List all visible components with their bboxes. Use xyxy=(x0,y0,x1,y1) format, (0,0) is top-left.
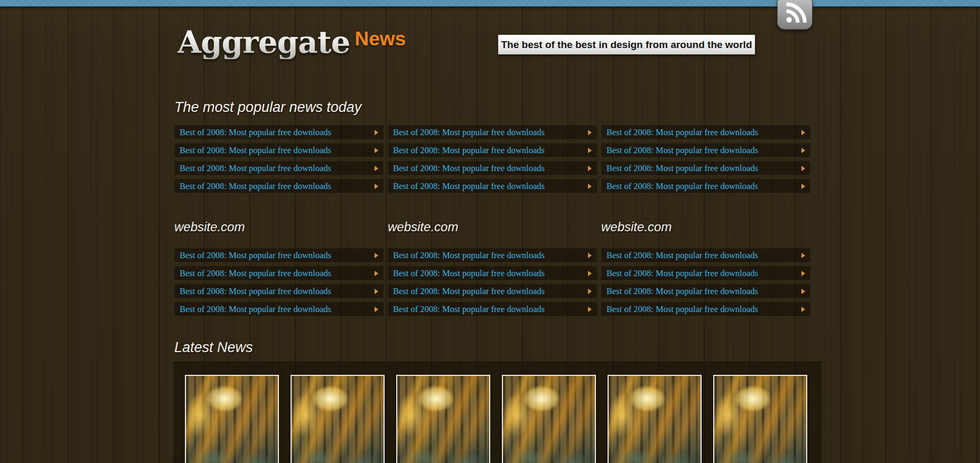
popular-links-grid: Best of 2008: Most popular free download… xyxy=(174,125,810,197)
news-link-row[interactable]: Best of 2008: Most popular free download… xyxy=(174,266,384,280)
news-link-label: Best of 2008: Most popular free download… xyxy=(393,250,545,261)
news-link-row[interactable]: Best of 2008: Most popular free download… xyxy=(601,266,810,280)
news-link-label: Best of 2008: Most popular free download… xyxy=(393,304,545,315)
news-link-label: Best of 2008: Most popular free download… xyxy=(393,268,545,279)
arrow-right-icon xyxy=(588,253,592,258)
news-link-label: Best of 2008: Most popular free download… xyxy=(393,127,545,138)
arrow-right-icon xyxy=(588,148,592,153)
news-link-row[interactable]: Best of 2008: Most popular free download… xyxy=(601,284,810,298)
tagline-banner: The best of the best in design from arou… xyxy=(498,35,755,54)
forest-sunbeams-thumbnail[interactable] xyxy=(502,375,596,463)
arrow-right-icon xyxy=(801,166,805,171)
arrow-right-icon xyxy=(588,271,592,276)
news-link-row[interactable]: Best of 2008: Most popular free download… xyxy=(601,125,810,139)
news-link-label: Best of 2008: Most popular free download… xyxy=(606,286,758,297)
news-link-label: Best of 2008: Most popular free download… xyxy=(606,304,758,315)
site-logo-accent: News xyxy=(354,29,406,50)
arrow-right-icon xyxy=(375,184,378,189)
news-link-row[interactable]: Best of 2008: Most popular free download… xyxy=(388,248,597,262)
tagline-text: The best of the best in design from arou… xyxy=(501,39,752,51)
news-link-row[interactable]: Best of 2008: Most popular free download… xyxy=(388,284,597,298)
news-link-label: Best of 2008: Most popular free download… xyxy=(606,268,758,279)
news-link-label: Best of 2008: Most popular free download… xyxy=(180,145,331,156)
arrow-right-icon xyxy=(588,166,592,171)
forest-sunbeams-thumbnail[interactable] xyxy=(608,375,702,463)
arrow-right-icon xyxy=(801,271,805,276)
news-link-label: Best of 2008: Most popular free download… xyxy=(606,127,758,138)
news-link-row[interactable]: Best of 2008: Most popular free download… xyxy=(388,302,597,316)
news-link-label: Best of 2008: Most popular free download… xyxy=(180,304,331,315)
news-link-label: Best of 2008: Most popular free download… xyxy=(606,163,758,174)
news-link-row[interactable]: Best of 2008: Most popular free download… xyxy=(601,179,810,193)
news-link-label: Best of 2008: Most popular free download… xyxy=(180,127,331,138)
news-link-row[interactable]: Best of 2008: Most popular free download… xyxy=(174,179,384,193)
news-link-row[interactable]: Best of 2008: Most popular free download… xyxy=(388,161,597,175)
news-link-row[interactable]: Best of 2008: Most popular free download… xyxy=(601,302,810,316)
website-heading: website.com xyxy=(174,220,384,234)
news-link-label: Best of 2008: Most popular free download… xyxy=(393,163,545,174)
news-link-row[interactable]: Best of 2008: Most popular free download… xyxy=(388,125,597,139)
popular-column: Best of 2008: Most popular free download… xyxy=(601,125,810,197)
arrow-right-icon xyxy=(375,130,378,135)
latest-news-heading: Latest News xyxy=(174,339,253,355)
website-heading: website.com xyxy=(388,220,597,234)
news-link-label: Best of 2008: Most popular free download… xyxy=(180,250,331,261)
news-link-row[interactable]: Best of 2008: Most popular free download… xyxy=(174,161,384,175)
arrow-right-icon xyxy=(588,289,592,294)
forest-sunbeams-thumbnail[interactable] xyxy=(396,375,490,463)
news-link-row[interactable]: Best of 2008: Most popular free download… xyxy=(388,179,597,193)
news-link-row[interactable]: Best of 2008: Most popular free download… xyxy=(388,143,597,157)
arrow-right-icon xyxy=(588,184,592,189)
news-link-row[interactable]: Best of 2008: Most popular free download… xyxy=(174,143,384,157)
latest-news-panel xyxy=(173,362,822,463)
popular-column: Best of 2008: Most popular free download… xyxy=(174,125,384,197)
arrow-right-icon xyxy=(375,307,378,312)
website-headings-row: website.com website.com website.com xyxy=(174,220,810,234)
news-link-label: Best of 2008: Most popular free download… xyxy=(393,181,545,192)
news-link-label: Best of 2008: Most popular free download… xyxy=(180,268,331,279)
arrow-right-icon xyxy=(375,166,378,171)
top-accent-bar xyxy=(0,0,980,7)
arrow-right-icon xyxy=(801,289,805,294)
popular-section-heading: The most popular news today xyxy=(174,99,361,115)
rss-button[interactable] xyxy=(777,0,813,30)
arrow-right-icon xyxy=(375,271,378,276)
forest-sunbeams-thumbnail[interactable] xyxy=(713,375,807,463)
news-link-label: Best of 2008: Most popular free download… xyxy=(606,250,758,261)
arrow-right-icon xyxy=(375,289,378,294)
news-link-label: Best of 2008: Most popular free download… xyxy=(606,145,758,156)
arrow-right-icon xyxy=(801,184,805,189)
news-link-row[interactable]: Best of 2008: Most popular free download… xyxy=(601,143,810,157)
popular-column: Best of 2008: Most popular free download… xyxy=(388,125,597,197)
site-logo[interactable]: Aggregate News xyxy=(178,25,406,59)
website-column: Best of 2008: Most popular free download… xyxy=(174,248,384,320)
arrow-right-icon xyxy=(801,130,805,135)
news-link-row[interactable]: Best of 2008: Most popular free download… xyxy=(174,302,384,316)
arrow-right-icon xyxy=(375,253,378,258)
news-link-row[interactable]: Best of 2008: Most popular free download… xyxy=(601,161,810,175)
news-link-row[interactable]: Best of 2008: Most popular free download… xyxy=(174,125,384,139)
site-logo-text: Aggregate xyxy=(178,25,350,59)
arrow-right-icon xyxy=(375,148,378,153)
arrow-right-icon xyxy=(801,307,805,312)
news-link-label: Best of 2008: Most popular free download… xyxy=(393,145,545,156)
forest-sunbeams-thumbnail[interactable] xyxy=(185,375,279,463)
news-link-row[interactable]: Best of 2008: Most popular free download… xyxy=(601,248,810,262)
news-link-row[interactable]: Best of 2008: Most popular free download… xyxy=(174,284,384,298)
website-column: Best of 2008: Most popular free download… xyxy=(388,248,597,320)
rss-icon xyxy=(783,0,807,26)
website-column: Best of 2008: Most popular free download… xyxy=(601,248,810,320)
news-link-row[interactable]: Best of 2008: Most popular free download… xyxy=(174,248,384,262)
news-link-label: Best of 2008: Most popular free download… xyxy=(606,181,758,192)
website-links-grid: Best of 2008: Most popular free download… xyxy=(174,248,810,320)
news-link-label: Best of 2008: Most popular free download… xyxy=(393,286,545,297)
arrow-right-icon xyxy=(588,307,592,312)
news-link-label: Best of 2008: Most popular free download… xyxy=(180,163,331,174)
news-link-label: Best of 2008: Most popular free download… xyxy=(180,181,331,192)
arrow-right-icon xyxy=(801,253,805,258)
arrow-right-icon xyxy=(588,130,592,135)
forest-sunbeams-thumbnail[interactable] xyxy=(291,375,385,463)
news-link-label: Best of 2008: Most popular free download… xyxy=(180,286,331,297)
website-heading: website.com xyxy=(601,220,810,234)
news-link-row[interactable]: Best of 2008: Most popular free download… xyxy=(388,266,597,280)
